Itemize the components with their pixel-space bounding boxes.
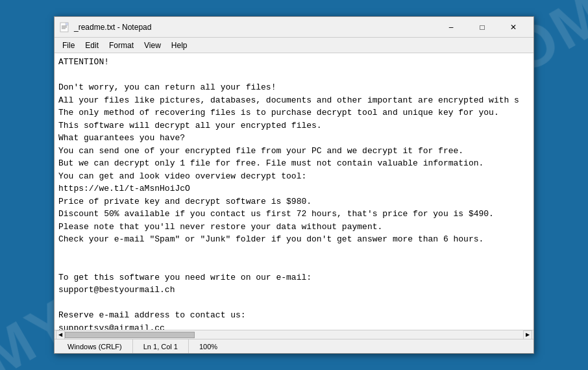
notepad-window: _readme.txt - Notepad – □ ✕ File Edit Fo… <box>54 16 534 354</box>
close-button[interactable]: ✕ <box>498 17 528 38</box>
menu-file[interactable]: File <box>57 40 80 51</box>
menu-edit[interactable]: Edit <box>80 40 104 51</box>
status-encoding: Windows (CRLF) <box>57 339 133 353</box>
scroll-left-button[interactable]: ◀ <box>56 330 65 339</box>
maximize-button[interactable]: □ <box>467 17 497 38</box>
status-zoom: 100% <box>189 339 228 353</box>
menu-bar: File Edit Format View Help <box>55 38 533 53</box>
window-title: _readme.txt - Notepad <box>74 23 436 32</box>
svg-rect-1 <box>66 23 68 25</box>
h-scroll-track[interactable] <box>65 332 523 338</box>
text-editor[interactable] <box>55 53 533 330</box>
title-bar: _readme.txt - Notepad – □ ✕ <box>55 17 533 38</box>
status-bar: Windows (CRLF) Ln 1, Col 1 100% <box>55 339 533 353</box>
window-controls: – □ ✕ <box>436 17 528 38</box>
horizontal-scrollbar[interactable]: ◀ ▶ <box>55 330 533 339</box>
text-area-container <box>55 53 533 330</box>
menu-format[interactable]: Format <box>104 40 139 51</box>
h-scroll-thumb[interactable] <box>65 332 195 338</box>
menu-view[interactable]: View <box>139 40 166 51</box>
minimize-button[interactable]: – <box>436 17 466 38</box>
status-line-col: Ln 1, Col 1 <box>133 339 189 353</box>
scroll-right-button[interactable]: ▶ <box>523 330 532 339</box>
app-icon <box>60 22 70 32</box>
menu-help[interactable]: Help <box>166 40 193 51</box>
